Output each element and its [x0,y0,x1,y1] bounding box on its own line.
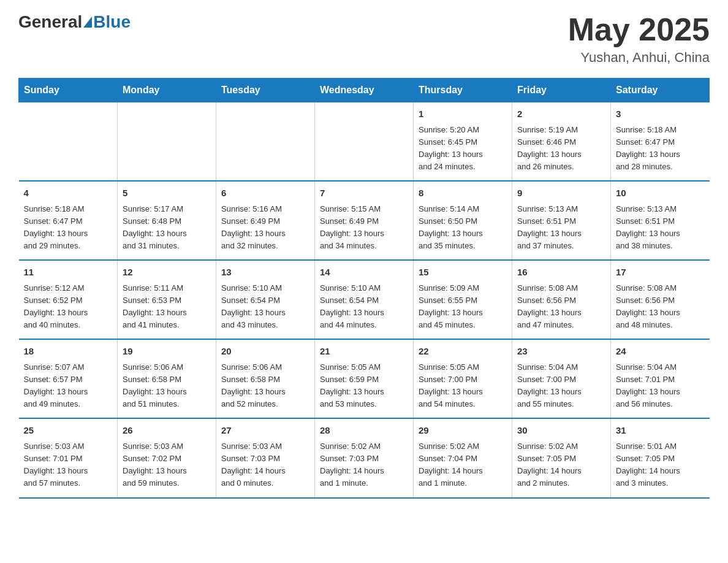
day-info: Sunrise: 5:08 AM Sunset: 6:56 PM Dayligh… [517,282,605,332]
day-number: 25 [24,424,113,438]
day-number: 4 [24,186,113,201]
day-number: 24 [616,345,705,359]
day-number: 27 [221,424,309,438]
table-row: 24Sunrise: 5:04 AM Sunset: 7:01 PM Dayli… [611,339,710,418]
day-info: Sunrise: 5:02 AM Sunset: 7:05 PM Dayligh… [517,440,605,490]
calendar-week-row: 1Sunrise: 5:20 AM Sunset: 6:45 PM Daylig… [19,102,710,182]
day-number: 11 [24,266,113,280]
day-number: 7 [320,186,408,201]
table-row: 17Sunrise: 5:08 AM Sunset: 6:56 PM Dayli… [611,260,710,339]
logo-general-text: General [18,12,82,32]
day-info: Sunrise: 5:16 AM Sunset: 6:49 PM Dayligh… [221,203,309,253]
table-row: 15Sunrise: 5:09 AM Sunset: 6:55 PM Dayli… [414,260,512,339]
header-monday: Monday [118,79,216,102]
day-info: Sunrise: 5:04 AM Sunset: 7:00 PM Dayligh… [517,361,605,411]
table-row: 2Sunrise: 5:19 AM Sunset: 6:46 PM Daylig… [512,102,611,182]
table-row: 10Sunrise: 5:13 AM Sunset: 6:51 PM Dayli… [611,181,710,260]
day-number: 23 [517,345,605,359]
page-header: General Blue May 2025 Yushan, Anhui, Chi… [18,12,710,66]
day-info: Sunrise: 5:14 AM Sunset: 6:50 PM Dayligh… [419,203,507,253]
day-number: 30 [517,424,605,438]
title-section: May 2025 Yushan, Anhui, China [568,12,710,66]
day-info: Sunrise: 5:13 AM Sunset: 6:51 PM Dayligh… [517,203,605,253]
day-number: 16 [517,266,605,280]
day-number: 26 [123,424,211,438]
table-row: 18Sunrise: 5:07 AM Sunset: 6:57 PM Dayli… [19,339,118,418]
day-info: Sunrise: 5:18 AM Sunset: 6:47 PM Dayligh… [616,124,705,174]
table-row: 26Sunrise: 5:03 AM Sunset: 7:02 PM Dayli… [118,418,216,497]
day-number: 3 [616,107,705,121]
table-row: 13Sunrise: 5:10 AM Sunset: 6:54 PM Dayli… [216,260,315,339]
table-row: 11Sunrise: 5:12 AM Sunset: 6:52 PM Dayli… [19,260,118,339]
day-info: Sunrise: 5:10 AM Sunset: 6:54 PM Dayligh… [221,282,309,332]
table-row: 29Sunrise: 5:02 AM Sunset: 7:04 PM Dayli… [414,418,512,497]
table-row: 3Sunrise: 5:18 AM Sunset: 6:47 PM Daylig… [611,102,710,182]
day-info: Sunrise: 5:06 AM Sunset: 6:58 PM Dayligh… [123,361,211,411]
table-row [19,102,118,182]
logo-blue-text: Blue [93,12,131,32]
day-number: 22 [419,345,507,359]
day-number: 20 [221,345,309,359]
table-row: 22Sunrise: 5:05 AM Sunset: 7:00 PM Dayli… [414,339,512,418]
table-row: 6Sunrise: 5:16 AM Sunset: 6:49 PM Daylig… [216,181,315,260]
table-row: 14Sunrise: 5:10 AM Sunset: 6:54 PM Dayli… [315,260,414,339]
day-info: Sunrise: 5:07 AM Sunset: 6:57 PM Dayligh… [24,361,113,411]
calendar-week-row: 4Sunrise: 5:18 AM Sunset: 6:47 PM Daylig… [19,181,710,260]
table-row: 21Sunrise: 5:05 AM Sunset: 6:59 PM Dayli… [315,339,414,418]
location-text: Yushan, Anhui, China [568,50,710,66]
day-info: Sunrise: 5:17 AM Sunset: 6:48 PM Dayligh… [123,203,211,253]
table-row: 12Sunrise: 5:11 AM Sunset: 6:53 PM Dayli… [118,260,216,339]
day-info: Sunrise: 5:04 AM Sunset: 7:01 PM Dayligh… [616,361,705,411]
day-info: Sunrise: 5:15 AM Sunset: 6:49 PM Dayligh… [320,203,408,253]
day-info: Sunrise: 5:03 AM Sunset: 7:03 PM Dayligh… [221,440,309,490]
table-row: 1Sunrise: 5:20 AM Sunset: 6:45 PM Daylig… [414,102,512,182]
table-row: 25Sunrise: 5:03 AM Sunset: 7:01 PM Dayli… [19,418,118,497]
table-row: 19Sunrise: 5:06 AM Sunset: 6:58 PM Dayli… [118,339,216,418]
day-info: Sunrise: 5:09 AM Sunset: 6:55 PM Dayligh… [419,282,507,332]
day-number: 9 [517,186,605,201]
day-number: 2 [517,107,605,121]
day-number: 31 [616,424,705,438]
day-number: 18 [24,345,113,359]
day-number: 8 [419,186,507,201]
table-row [216,102,315,182]
header-saturday: Saturday [611,79,710,102]
table-row [118,102,216,182]
table-row [315,102,414,182]
day-info: Sunrise: 5:02 AM Sunset: 7:04 PM Dayligh… [419,440,507,490]
day-info: Sunrise: 5:03 AM Sunset: 7:01 PM Dayligh… [24,440,113,490]
day-info: Sunrise: 5:08 AM Sunset: 6:56 PM Dayligh… [616,282,705,332]
day-info: Sunrise: 5:18 AM Sunset: 6:47 PM Dayligh… [24,203,113,253]
day-info: Sunrise: 5:06 AM Sunset: 6:58 PM Dayligh… [221,361,309,411]
table-row: 30Sunrise: 5:02 AM Sunset: 7:05 PM Dayli… [512,418,611,497]
day-number: 29 [419,424,507,438]
day-number: 17 [616,266,705,280]
day-info: Sunrise: 5:12 AM Sunset: 6:52 PM Dayligh… [24,282,113,332]
day-number: 1 [419,107,507,121]
table-row: 7Sunrise: 5:15 AM Sunset: 6:49 PM Daylig… [315,181,414,260]
table-row: 28Sunrise: 5:02 AM Sunset: 7:03 PM Dayli… [315,418,414,497]
day-info: Sunrise: 5:01 AM Sunset: 7:05 PM Dayligh… [616,440,705,490]
day-info: Sunrise: 5:19 AM Sunset: 6:46 PM Dayligh… [517,124,605,174]
day-number: 13 [221,266,309,280]
header-wednesday: Wednesday [315,79,414,102]
day-number: 12 [123,266,211,280]
day-number: 19 [123,345,211,359]
day-info: Sunrise: 5:05 AM Sunset: 7:00 PM Dayligh… [419,361,507,411]
day-number: 28 [320,424,408,438]
calendar-week-row: 18Sunrise: 5:07 AM Sunset: 6:57 PM Dayli… [19,339,710,418]
calendar-table: Sunday Monday Tuesday Wednesday Thursday… [18,78,710,498]
month-title: May 2025 [568,12,710,47]
header-friday: Friday [512,79,611,102]
day-number: 21 [320,345,408,359]
table-row: 27Sunrise: 5:03 AM Sunset: 7:03 PM Dayli… [216,418,315,497]
day-number: 10 [616,186,705,201]
day-number: 5 [123,186,211,201]
day-number: 14 [320,266,408,280]
table-row: 4Sunrise: 5:18 AM Sunset: 6:47 PM Daylig… [19,181,118,260]
header-thursday: Thursday [414,79,512,102]
table-row: 9Sunrise: 5:13 AM Sunset: 6:51 PM Daylig… [512,181,611,260]
table-row: 5Sunrise: 5:17 AM Sunset: 6:48 PM Daylig… [118,181,216,260]
day-info: Sunrise: 5:10 AM Sunset: 6:54 PM Dayligh… [320,282,408,332]
day-info: Sunrise: 5:13 AM Sunset: 6:51 PM Dayligh… [616,203,705,253]
